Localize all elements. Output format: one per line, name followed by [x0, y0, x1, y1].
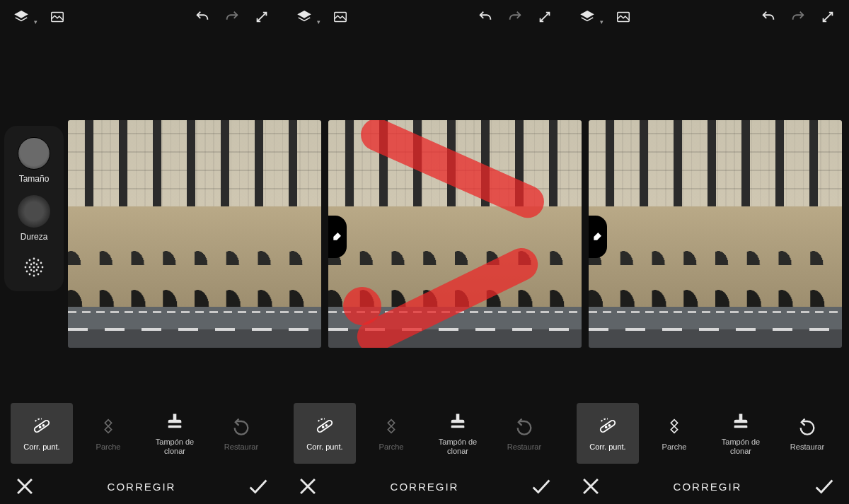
bandage-icon: [31, 416, 52, 437]
restore-icon: [797, 416, 818, 437]
svg-rect-28: [316, 419, 333, 433]
stamp-icon: [730, 411, 751, 432]
tool-label: Corr. punt.: [306, 443, 342, 452]
tool-label: Parche: [662, 443, 687, 452]
svg-point-3: [33, 258, 35, 260]
svg-point-33: [606, 426, 607, 428]
tool-clone-stamp[interactable]: Tampón de clonar: [710, 403, 772, 464]
svg-rect-31: [451, 426, 465, 428]
svg-point-25: [40, 426, 41, 428]
svg-point-20: [37, 266, 40, 269]
stamp-icon: [447, 411, 468, 432]
svg-point-22: [33, 271, 35, 273]
canvas-panel-3[interactable]: [589, 120, 842, 348]
fullscreen-icon[interactable]: [252, 7, 272, 27]
svg-point-8: [25, 266, 27, 269]
tool-clone-stamp[interactable]: Tampón de clonar: [144, 403, 206, 464]
brush-hardness-control[interactable]: [18, 195, 50, 228]
tool-spot-heal[interactable]: Corr. punt.: [294, 403, 356, 464]
fullscreen-icon[interactable]: [535, 7, 555, 27]
tool-clone-stamp[interactable]: Tampón de clonar: [427, 403, 489, 464]
svg-point-14: [33, 275, 35, 277]
stamp-icon: [164, 411, 185, 432]
patch-icon: [664, 416, 685, 437]
redo-icon[interactable]: [505, 7, 525, 27]
cancel-button[interactable]: [579, 474, 603, 498]
mode-title: CORREGIR: [37, 481, 246, 493]
svg-point-7: [40, 262, 42, 264]
svg-point-11: [40, 271, 42, 273]
restore-icon: [514, 416, 535, 437]
svg-point-10: [26, 271, 28, 273]
tool-label: Restaurar: [224, 443, 258, 452]
bandage-icon: [597, 416, 618, 437]
chevron-down-icon: ▾: [317, 18, 320, 25]
undo-icon[interactable]: [758, 7, 778, 27]
tool-label: Tampón de clonar: [439, 438, 477, 455]
confirmbar-panel-3: CORREGIR: [566, 469, 849, 504]
tool-restore[interactable]: Restaurar: [210, 403, 272, 464]
layers-icon[interactable]: [294, 7, 314, 27]
tool-spot-heal[interactable]: Corr. punt.: [11, 403, 73, 464]
redo-icon[interactable]: [222, 7, 242, 27]
svg-point-19: [33, 266, 35, 269]
tool-label: Restaurar: [507, 443, 541, 452]
topbar-panel-3: ▾: [566, 0, 849, 34]
canvas-panel-1[interactable]: [68, 120, 321, 348]
mode-title: CORREGIR: [320, 481, 529, 493]
svg-point-21: [30, 269, 33, 271]
layers-icon[interactable]: [577, 7, 597, 27]
tool-spot-heal[interactable]: Corr. punt.: [577, 403, 639, 464]
brush-hardness-label: Dureza: [21, 232, 48, 242]
svg-point-18: [29, 266, 31, 269]
image-placeholder-icon[interactable]: [47, 7, 67, 27]
svg-rect-32: [599, 419, 616, 433]
tool-label: Parche: [379, 443, 404, 452]
image-placeholder-icon[interactable]: [330, 7, 350, 27]
svg-point-15: [30, 264, 33, 266]
chevron-down-icon: ▾: [600, 18, 603, 25]
svg-point-13: [37, 274, 40, 276]
tool-label: Parche: [96, 443, 121, 452]
tool-patch[interactable]: Parche: [77, 403, 139, 464]
svg-point-12: [29, 274, 31, 276]
canvas-panel-2[interactable]: [328, 120, 582, 348]
tool-restore[interactable]: Restaurar: [776, 403, 838, 464]
tool-restore[interactable]: Restaurar: [493, 403, 555, 464]
toolrow-panel-1: Corr. punt. Parche Tampón de clonar Rest…: [0, 398, 283, 469]
brush-size-label: Tamaño: [19, 174, 50, 184]
redo-icon[interactable]: [788, 7, 808, 27]
brush-drawer-handle[interactable]: [328, 216, 347, 258]
undo-icon[interactable]: [192, 7, 212, 27]
brush-size-control[interactable]: [18, 137, 50, 170]
undo-icon[interactable]: [475, 7, 495, 27]
svg-point-29: [323, 426, 324, 428]
tool-patch[interactable]: Parche: [643, 403, 705, 464]
tool-label: Corr. punt.: [589, 443, 625, 452]
toolrow-panel-2: Corr. punt. Parche Tampón de clonar Rest…: [283, 398, 566, 469]
apply-button[interactable]: [812, 474, 836, 498]
apply-button[interactable]: [529, 474, 553, 498]
svg-point-5: [37, 259, 40, 262]
image-placeholder-icon[interactable]: [613, 7, 633, 27]
patch-icon: [381, 416, 402, 437]
chevron-down-icon: ▾: [34, 18, 37, 25]
svg-rect-35: [734, 426, 748, 428]
svg-point-26: [42, 425, 44, 426]
svg-point-23: [36, 269, 38, 271]
brush-settings-dock: Tamaño Dureza: [4, 126, 64, 291]
cancel-button[interactable]: [296, 474, 320, 498]
tool-patch[interactable]: Parche: [360, 403, 422, 464]
mode-title: CORREGIR: [603, 481, 812, 493]
apply-button[interactable]: [246, 474, 270, 498]
brush-drawer-handle[interactable]: [589, 216, 607, 258]
cancel-button[interactable]: [13, 474, 37, 498]
layers-icon[interactable]: [11, 7, 31, 27]
brush-pattern-icon[interactable]: [20, 253, 48, 281]
svg-rect-24: [33, 419, 50, 433]
svg-point-17: [36, 264, 38, 266]
topbar-panel-1: ▾: [0, 0, 283, 34]
fullscreen-icon[interactable]: [818, 7, 838, 27]
tool-label: Tampón de clonar: [156, 438, 194, 455]
tool-label: Corr. punt.: [23, 443, 59, 452]
